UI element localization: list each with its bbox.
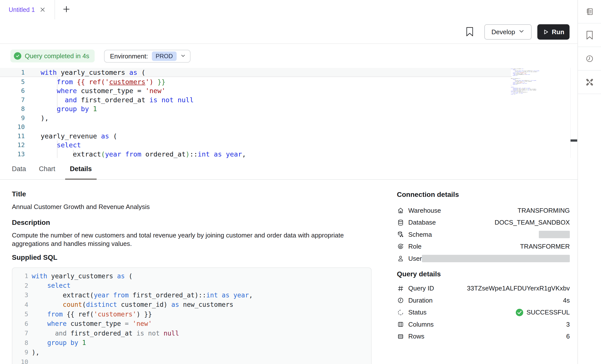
tab-untitled-1[interactable]: Untitled 1 [0,0,55,19]
detail-row-user: User [397,253,570,265]
close-icon[interactable] [39,6,46,13]
chevron-down-icon [181,53,186,59]
new-tab-button[interactable] [59,0,74,19]
tab-data[interactable]: Data [12,158,26,180]
code-line: 7 and first_ordered_at is not null [0,95,511,104]
tab-details[interactable]: Details [70,158,92,180]
rail-button-notebook[interactable] [578,0,601,24]
bookmark-icon [586,30,594,40]
line-number: 12 [0,141,25,149]
connection-details-rows: WarehouseTRANSFORMINGDatabaseDOCS_TEAM_S… [397,205,570,265]
bookmark-icon [466,33,474,37]
detail-value: TRANSFORMING [518,207,570,214]
code-line: 9), [17,348,366,357]
right-icon-rail [577,0,601,364]
detail-label: Database [408,219,436,226]
bookmark-button[interactable] [466,27,474,37]
details-sidebar: Connection details WarehouseTRANSFORMING… [397,190,570,342]
columns-icon [397,321,404,328]
editor-minimap[interactable]: with yearly_customers as ( select extrac… [511,69,542,95]
line-number: 4 [17,301,28,308]
detail-value: 4s [563,297,570,304]
query-details-rows: Query ID33TZseWpe1ALFDUYerxR1gVKxbvDurat… [397,283,570,343]
code-line: 10 [0,123,511,132]
detail-row-query-id: Query ID33TZseWpe1ALFDUYerxR1gVKxbv [397,283,570,295]
line-number: 5 [17,311,28,318]
history-icon [585,54,594,63]
description-value: Compute the number of new customers and … [12,231,355,248]
code-line: 6 where customer_type = 'new' [0,86,511,96]
environment-value-badge: PROD [152,52,176,61]
line-number: 6 [0,87,25,94]
line-number: 9 [0,114,25,122]
code-line: 8 group by 1 [0,104,511,114]
detail-label: Warehouse [408,207,441,214]
description-heading: Description [12,218,372,227]
detail-label: User [408,255,422,262]
environment-label: Environment: [110,52,148,60]
line-number: 8 [0,105,25,112]
sql-editor[interactable]: 1with yearly_customers as ( 5 from {{ re… [0,68,577,158]
query-status-pill: Query completed in 4s [10,50,95,62]
supplied-sql-heading: Supplied SQL [12,253,372,262]
line-number: 3 [17,291,28,299]
develop-dropdown[interactable]: Develop [484,24,532,40]
detail-label: Rows [408,333,424,340]
success-check-icon [516,309,523,316]
code-line: 8 group by 1 [17,338,366,348]
run-button[interactable]: Run [537,24,570,40]
rail-button-bookmark[interactable] [578,24,601,47]
line-number: 10 [0,123,25,130]
editor-scrollbar-thumb[interactable] [571,139,577,142]
editor-code-lines[interactable]: 5 from {{ ref('customers') }}6 where cus… [0,77,511,158]
detail-row-status: StatusSUCCESSFUL [397,307,570,319]
detail-value: SUCCESSFUL [526,309,570,316]
develop-label: Develop [492,28,515,36]
chevron-down-icon [519,28,524,36]
tab-bar: Untitled 1 [0,0,577,20]
line-number: 5 [0,78,25,85]
code-line: 2 select [17,281,366,290]
code-line: 7 and first_ordered_at is not null [17,329,366,338]
tab-chart[interactable]: Chart [39,158,55,180]
user-icon [397,255,404,262]
detail-row-role: RoleTRANSFORMER [397,241,570,253]
role-icon [397,243,404,250]
environment-selector[interactable]: Environment: PROD [104,50,191,63]
code-line: 1with yearly_customers as ( [17,271,366,281]
play-icon [543,29,549,35]
code-line: 4 count(distinct customer_id) as new_cus… [17,300,366,310]
code-line: 11yearly_revenue as ( [0,131,511,141]
success-check-icon [14,52,21,60]
line-number: 11 [0,132,25,140]
dbt-logo-icon [585,78,594,87]
rail-button-dbt-logo[interactable] [578,71,601,94]
code-line: 5 from {{ ref('customers') }} [0,77,511,86]
result-tab-bar: Data Chart Details [0,158,577,180]
detail-row-duration: Duration4s [397,294,570,307]
detail-value: DOCS_TEAM_SANDBOX [495,219,570,226]
rail-button-history[interactable] [578,47,601,71]
warehouse-icon [397,207,404,214]
connection-details-heading: Connection details [397,190,570,200]
supplied-sql-block: 1with yearly_customers as (2 select3 ext… [12,267,372,364]
editor-sticky-line[interactable]: 1with yearly_customers as ( [0,68,511,77]
query-status-text: Query completed in 4s [25,52,89,60]
main-area: Untitled 1 Develop Run Q [0,0,577,364]
title-heading: Title [12,190,372,199]
active-tab-underline [65,179,97,180]
detail-label: Schema [408,231,432,238]
clock-icon [397,297,404,304]
line-number: 1 [0,69,25,76]
detail-label: Query ID [408,285,434,292]
code-line: 12 select [0,141,511,150]
detail-label: Role [408,243,421,250]
line-number: 6 [17,320,28,327]
code-line: 9), [0,113,511,123]
detail-row-columns: Columns3 [397,318,570,331]
details-panel: Title Annual Customer Growth and Revenue… [12,190,372,364]
detail-label: Status [408,309,427,316]
redacted-value [422,255,570,262]
detail-value: TRANSFORMER [520,243,570,250]
code-line: 13 extract(year from ordered_at)::int as… [0,150,511,158]
